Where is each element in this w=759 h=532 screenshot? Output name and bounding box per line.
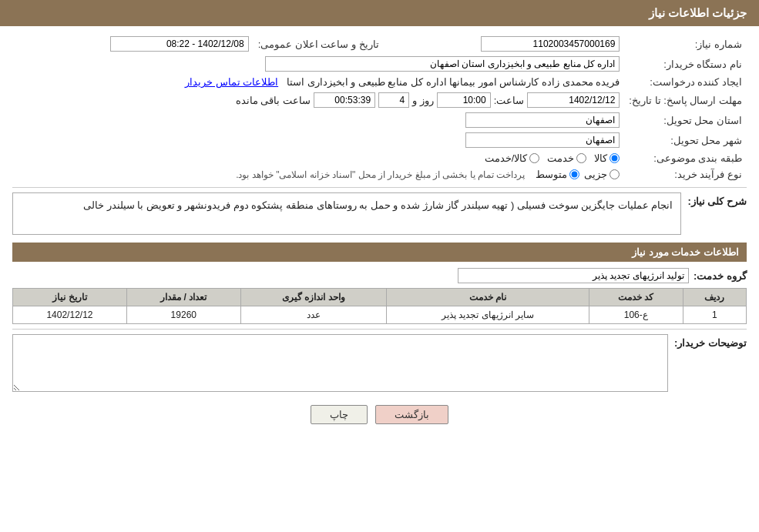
shomara-value <box>384 34 625 54</box>
shomara-input[interactable] <box>481 36 620 52</box>
radio-kala-khadamat: کالا/خدمت <box>485 152 540 164</box>
divider-2 <box>12 329 747 330</box>
cell-kod: ع-106 <box>589 306 683 324</box>
radio-jozi-label: جزیی <box>584 169 607 180</box>
sharh-label: شرح کلی نیاز: <box>687 192 747 207</box>
mohlet-roz-label: روز و <box>412 95 434 106</box>
mohlet-row: ساعت: روز و ساعت باقی مانده <box>12 90 624 110</box>
info-table: شماره نیاز: تاریخ و ساعت اعلان عمومی: نا… <box>12 34 747 182</box>
print-button[interactable]: چاپ <box>311 405 368 424</box>
radio-kala-khadamat-label: کالا/خدمت <box>485 152 528 164</box>
button-group: بازگشت چاپ <box>12 405 747 424</box>
cell-vahed: عدد <box>240 306 386 324</box>
services-table: ردیف کد خدمت نام خدمت واحد اندازه گیری ت… <box>12 288 747 324</box>
tabaqe-label: طبقه بندی موضوعی: <box>624 150 747 166</box>
ostan-label: استان محل تحویل: <box>624 110 747 130</box>
mohlet-saet-input[interactable] <box>437 92 491 108</box>
radio-kala: کالا <box>594 152 620 164</box>
cell-nam: سایر انرژیهای تجدید پذیر <box>387 306 589 324</box>
bagi-input[interactable] <box>314 92 375 108</box>
back-button[interactable]: بازگشت <box>375 405 448 424</box>
shahr-label: شهر محل تحویل: <box>624 130 747 150</box>
col-tarikh: تاریخ نیاز <box>13 289 127 306</box>
cell-tedad: 19260 <box>126 306 240 324</box>
group-label: گروه خدمت: <box>694 270 747 282</box>
radio-jozi-input[interactable] <box>610 169 620 179</box>
mohlet-roz-input[interactable] <box>378 92 409 108</box>
ijad-label: ایجاد کننده درخواست: <box>624 74 747 90</box>
col-nam: نام خدمت <box>387 289 589 306</box>
col-kod: کد خدمت <box>589 289 683 306</box>
tabaqe-row: کالا خدمت کالا/خدمت <box>12 150 624 166</box>
ostan-input[interactable] <box>465 112 620 128</box>
shomara-label: شماره نیاز: <box>624 34 747 54</box>
shahr-input[interactable] <box>465 132 620 148</box>
nam-dastgah-input[interactable] <box>265 56 620 72</box>
radio-motavaset: متوسط <box>536 169 579 180</box>
radio-jozi: جزیی <box>584 169 620 180</box>
col-vahed: واحد اندازه گیری <box>240 289 386 306</box>
farayand-label: نوع فرآیند خرید: <box>624 166 747 182</box>
radio-kala-khadamat-input[interactable] <box>529 153 539 163</box>
farayand-note: پرداخت تمام یا بخشی از مبلغ خریدار از مح… <box>236 169 525 180</box>
bagi-label: ساعت باقی مانده <box>236 95 311 106</box>
farayand-row: جزیی متوسط پرداخت تمام یا بخشی از مبلغ خ… <box>12 166 624 182</box>
radio-khadamat-input[interactable] <box>576 153 586 163</box>
description-label: توضیحات خریدار: <box>674 334 747 349</box>
description-textarea[interactable] <box>12 334 668 392</box>
col-tedad: تعداد / مقدار <box>126 289 240 306</box>
radio-motavaset-input[interactable] <box>569 169 579 179</box>
radio-kala-input[interactable] <box>610 153 620 163</box>
sharh-value: انجام عملیات جایگزین سوخت فسیلی ( تهیه س… <box>12 192 681 235</box>
group-input[interactable] <box>458 268 689 283</box>
radio-khadamat-label: خدمت <box>547 152 574 164</box>
ostan-value <box>12 110 624 130</box>
radio-kala-label: کالا <box>594 152 607 164</box>
header-title: جزئیات اطلاعات نیاز <box>649 6 747 19</box>
mohlet-label: مهلت ارسال پاسخ: تا تاریخ: <box>624 90 747 110</box>
page-header: جزئیات اطلاعات نیاز <box>0 0 759 26</box>
shahr-value <box>12 130 624 150</box>
nam-dastgah-value <box>12 54 624 74</box>
services-section-title: اطلاعات خدمات مورد نیاز <box>12 243 747 262</box>
ijad-value: فریده محمدی زاده کارشناس امور بیمانها اد… <box>12 74 624 90</box>
ijad-link[interactable]: اطلاعات تماس خریدار <box>185 76 278 88</box>
cell-radif: 1 <box>683 306 747 324</box>
mohlet-date-input[interactable] <box>527 92 620 108</box>
tarikh-saet-value <box>12 34 254 54</box>
tarikh-saet-label: تاریخ و ساعت اعلان عمومی: <box>254 34 384 54</box>
nam-dastgah-label: نام دستگاه خریدار: <box>624 54 747 74</box>
ijad-text: فریده محمدی زاده کارشناس امور بیمانها اد… <box>287 76 620 88</box>
divider-1 <box>12 187 747 188</box>
tarikh-saet-input[interactable] <box>110 36 249 52</box>
cell-tarikh: 1402/12/12 <box>13 306 127 324</box>
mohlet-saet-label: ساعت: <box>494 95 525 106</box>
radio-motavaset-label: متوسط <box>536 169 567 180</box>
table-row: 1ع-106سایر انرژیهای تجدید پذیرعدد1926014… <box>13 306 747 324</box>
radio-khadamat: خدمت <box>547 152 586 164</box>
col-radif: ردیف <box>683 289 747 306</box>
